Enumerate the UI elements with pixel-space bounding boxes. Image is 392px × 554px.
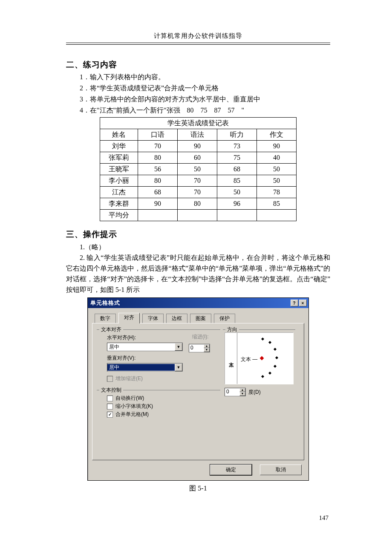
direction-group: 方向 文本 文本 — [223,329,295,399]
tip-2: 2. 输入“学生英语成绩登记表”时只能在起始单元格中，在合并时，将这个单元格和它… [66,252,330,295]
dialog-titlebar[interactable]: 单元格格式 ? × [88,298,308,308]
page-number: 147 [66,514,330,522]
dot-icon [274,348,277,351]
table-row: 李来群90809685 [100,198,297,210]
chevron-down-icon[interactable]: ▼ [175,364,182,371]
tab-number[interactable]: 数字 [95,314,116,323]
text-align-group: 文本对齐 水平对齐(H): 缩进(I): 居中 ▼ 0 [97,329,220,387]
table-header-row: 姓名 口语 语法 听力 作文 [100,129,297,141]
degree-spin[interactable]: 0 ▲▼ [225,388,246,396]
practice-list: 1．输入下列表格中的内容。 2．将“学生英语成绩登记表”合并成一个单元格 3．将… [66,72,330,115]
merge-checkbox[interactable]: ✓ 合并单元格(M) [107,411,216,418]
cancel-button[interactable]: 取消 [260,465,302,475]
col-speaking: 口语 [138,129,178,141]
table-row: 王晓军56506850 [100,164,297,175]
table-row: 张军莉80607540 [100,152,297,164]
tab-protection[interactable]: 保护 [214,314,235,323]
ok-button[interactable]: 确定 [210,465,252,475]
text-control-group: 文本控制 自动换行(W) 缩小字体填充(K) [97,390,220,423]
wrap-checkbox[interactable]: 自动换行(W) [107,395,216,402]
shrink-checkbox[interactable]: 缩小字体填充(K) [107,403,216,410]
tip-1: 1.（略） [66,242,330,252]
dot-icon [274,365,277,368]
dot-icon [275,356,278,359]
spin-up-icon[interactable]: ▲ [204,344,210,348]
alignment-panel: 文本对齐 水平对齐(H): 缩进(I): 居中 ▼ 0 [92,323,304,460]
tab-font[interactable]: 字体 [142,314,164,323]
orientation-text-label: 文本 — [241,356,257,363]
dot-icon [268,341,271,344]
vertical-text-button[interactable]: 文本 [225,333,237,384]
degree-label: 度(D) [248,389,261,396]
merge-label: 合并单元格(M) [115,411,149,418]
halign-value: 居中 [107,343,175,350]
chevron-down-icon[interactable]: ▼ [175,343,182,351]
score-table: 学生英语成绩登记表 姓名 口语 语法 听力 作文 刘华70907390 张军莉8… [100,117,297,221]
table-row: 李小丽80708550 [100,175,297,187]
orientation-box[interactable]: 文本 文本 — [225,332,294,384]
spin-up-icon[interactable]: ▲ [239,388,245,392]
valign-value: 居中 [107,364,175,371]
figure-caption: 图 5-1 [87,484,309,493]
degree-value: 0 [225,388,239,396]
halign-combo[interactable]: 居中 ▼ [107,343,183,351]
col-name: 姓名 [100,129,138,141]
close-button[interactable]: × [299,300,307,306]
checkbox-checked-icon: ✓ [107,412,113,418]
col-listening: 听力 [217,129,257,141]
spin-down-icon[interactable]: ▼ [239,392,245,396]
add-indent-checkbox: 增加缩进(E) [107,375,216,382]
col-grammar: 语法 [178,129,217,141]
dot-icon [261,338,264,340]
valign-label: 垂直对齐(V): [107,355,216,362]
indent-value: 0 [189,344,204,352]
tab-alignment[interactable]: 对齐 [118,313,140,323]
table-caption: 学生英语成绩登记表 [100,118,297,129]
tab-pattern[interactable]: 图案 [190,314,211,323]
text-control-legend: 文本控制 [99,387,123,394]
checkbox-icon [107,376,113,382]
practice-item-3: 3．将单元格中的全部内容的对齐方式为水平居中、垂直居中 [66,94,330,104]
wrap-label: 自动换行(W) [115,395,144,402]
cell-format-dialog: 单元格格式 ? × 数字 对齐 字体 边框 图案 保护 [87,297,309,481]
dot-icon [261,375,264,378]
table-row: 江杰68705078 [100,187,297,198]
shrink-label: 缩小字体填充(K) [115,403,153,410]
practice-item-1: 1．输入下列表格中的内容。 [66,72,330,82]
indent-label: 缩进(I): [192,333,209,340]
dot-icon [268,372,271,375]
tab-strip: 数字 对齐 字体 边框 图案 保护 [92,311,304,323]
section-tips-title: 三、操作提示 [66,229,330,240]
dialog-title: 单元格格式 [90,299,120,307]
add-indent-label: 增加缩进(E) [115,375,143,382]
running-head: 计算机常用办公软件训练指导 [66,32,330,43]
checkbox-icon [107,404,113,410]
dialog-button-row: 确定 取消 [92,460,304,476]
practice-item-4: 4．在"江杰"前插入一个新行"张强 80 75 87 57 " [66,105,330,115]
header-rule [66,43,330,45]
col-writing: 作文 [257,129,297,141]
orientation-dial[interactable]: 文本 — [237,333,293,384]
text-align-legend: 文本对齐 [99,326,123,333]
spin-down-icon[interactable]: ▼ [204,348,210,352]
help-button[interactable]: ? [291,300,298,306]
section-practice-title: 二、练习内容 [66,59,330,70]
checkbox-icon [107,395,113,401]
table-row: 刘华70907390 [100,141,297,152]
tab-border[interactable]: 边框 [166,314,187,323]
valign-combo[interactable]: 居中 ▼ [107,363,183,372]
practice-item-2: 2．将“学生英语成绩登记表”合并成一个单元格 [66,83,330,93]
diamond-icon [260,356,264,361]
indent-spin[interactable]: 0 ▲▼ [189,344,210,352]
table-row: 平均分 [100,210,297,221]
